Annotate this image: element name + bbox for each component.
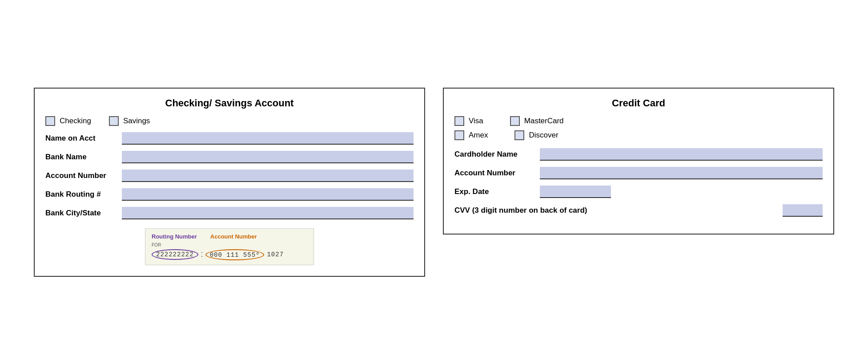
amex-label: Amex (469, 131, 488, 140)
checking-checkbox-item[interactable]: Checking (45, 116, 91, 126)
credit-card-title: Credit Card (454, 97, 823, 109)
bank-city-state-row: Bank City/State (45, 207, 414, 219)
check-account-label: Account Number (210, 233, 257, 240)
cc-account-number-label: Account Number (454, 169, 534, 178)
savings-checkbox[interactable] (109, 116, 119, 126)
credit-card-section: Credit Card Visa MasterCard Amex Discove… (443, 88, 834, 235)
bank-name-row: Bank Name (45, 151, 414, 163)
visa-label: Visa (469, 117, 483, 125)
mastercard-checkbox-item[interactable]: MasterCard (510, 116, 564, 126)
exp-date-row: Exp. Date (454, 186, 823, 198)
mastercard-label: MasterCard (524, 117, 564, 125)
bank-routing-label: Bank Routing # (45, 190, 117, 199)
exp-date-input[interactable] (540, 186, 611, 198)
check-routing-label: Routing Number (152, 233, 197, 240)
check-diagram: Routing Number Account Number FOR 222222… (145, 228, 314, 265)
cvv-input[interactable] (783, 204, 823, 217)
name-on-acct-label: Name on Acct (45, 134, 117, 143)
account-number-input[interactable] (122, 170, 414, 182)
amex-checkbox-item[interactable]: Amex (454, 130, 488, 140)
visa-checkbox-item[interactable]: Visa (454, 116, 483, 126)
cardholder-name-label: Cardholder Name (454, 150, 534, 159)
bank-routing-input[interactable] (122, 188, 414, 201)
cardholder-name-row: Cardholder Name (454, 148, 823, 161)
check-diagram-labels: Routing Number Account Number (152, 233, 307, 240)
bank-routing-row: Bank Routing # (45, 188, 414, 201)
cc-account-number-input[interactable] (540, 167, 823, 179)
cc-account-number-row: Account Number (454, 167, 823, 179)
bank-city-state-label: Bank City/State (45, 209, 117, 218)
account-number-label: Account Number (45, 171, 117, 180)
account-type-row: Checking Savings (45, 116, 414, 126)
card-type-row-2: Amex Discover (454, 130, 823, 140)
card-type-row-1: Visa MasterCard (454, 116, 823, 126)
bank-name-input[interactable] (122, 151, 414, 163)
savings-label: Savings (123, 117, 150, 125)
mastercard-checkbox[interactable] (510, 116, 520, 126)
exp-date-label: Exp. Date (454, 187, 534, 196)
name-on-acct-input[interactable] (122, 132, 414, 145)
account-oval: 000 111 555⁰ (205, 249, 265, 260)
account-number-row: Account Number (45, 170, 414, 182)
amex-checkbox[interactable] (454, 130, 464, 140)
page-wrapper: Checking/ Savings Account Checking Savin… (34, 88, 834, 277)
checking-label: Checking (60, 117, 91, 125)
check-numbers-row: 222222222 ⁚ 000 111 555⁰ 1027 (152, 249, 307, 260)
bank-name-label: Bank Name (45, 153, 117, 162)
name-on-acct-row: Name on Acct (45, 132, 414, 145)
discover-checkbox[interactable] (514, 130, 524, 140)
cardholder-name-input[interactable] (540, 148, 823, 161)
bank-city-state-input[interactable] (122, 207, 414, 219)
check-number: 1027 (267, 251, 284, 258)
cvv-row: CVV (3 digit number on back of card) (454, 204, 823, 217)
visa-checkbox[interactable] (454, 116, 464, 126)
check-for-line: FOR (152, 243, 307, 247)
cvv-label: CVV (3 digit number on back of card) (454, 206, 783, 215)
checking-section-title: Checking/ Savings Account (45, 97, 414, 109)
checking-savings-section: Checking/ Savings Account Checking Savin… (34, 88, 425, 277)
discover-checkbox-item[interactable]: Discover (514, 130, 558, 140)
checking-checkbox[interactable] (45, 116, 55, 126)
discover-label: Discover (529, 131, 558, 140)
routing-oval: 222222222 (152, 249, 198, 260)
savings-checkbox-item[interactable]: Savings (109, 116, 150, 126)
